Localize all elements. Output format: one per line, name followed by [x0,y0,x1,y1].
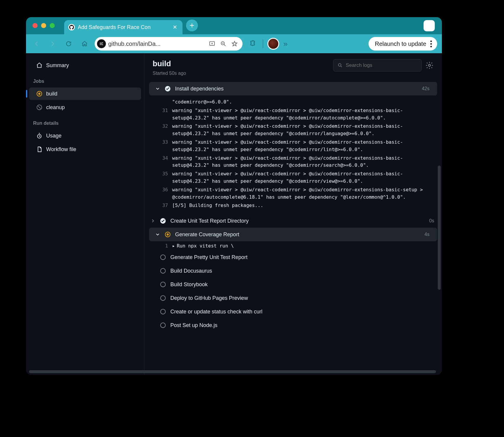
home-button[interactable] [79,38,91,50]
bookmark-icon[interactable] [231,41,238,47]
step-label: Post Set up Node.js [170,322,217,328]
success-icon [164,85,171,92]
sidebar-job-label: build [46,91,57,97]
chevron-down-icon [155,232,160,237]
chevron-down-icon [155,86,160,91]
pending-icon [160,308,166,315]
log-line-text: warning "xunit-viewer > @uiw/react-codem… [172,170,442,185]
step-label: Generate Coverage Report [175,232,239,238]
relaunch-label: Relaunch to update [375,41,426,47]
log-settings-button[interactable] [425,61,434,69]
sidebar-job-build[interactable]: build [29,88,141,100]
address-bar[interactable]: github.com/lainDa... [95,37,243,51]
close-tab-button[interactable]: ✕ [173,24,177,30]
site-settings-icon[interactable] [97,39,106,48]
log-line-text: warning "xunit-viewer > @uiw/react-codem… [172,139,442,153]
sidebar-jobs-header: Jobs [26,72,144,87]
step-pending[interactable]: Post Set up Node.js [144,318,442,332]
svg-point-6 [38,93,40,95]
svg-point-10 [429,64,431,67]
extensions-button[interactable] [247,38,259,50]
svg-point-15 [161,255,166,260]
window-account-button[interactable] [424,20,435,31]
search-icon [337,63,343,68]
page-content: Summary Jobs build cleanup Run details U… [26,53,442,375]
log-coverage-run: 1 ▸ Run npx vitest run \ [144,241,442,250]
toolbar-divider [263,39,263,48]
relaunch-to-update-button[interactable]: Relaunch to update [369,37,437,51]
log-line-number: 35 [159,170,172,185]
running-icon [36,90,43,97]
step-label: Create or update status check with curl [170,309,262,315]
browser-tab[interactable]: Add Safeguards For Race Con ✕ [64,20,182,34]
profile-avatar[interactable] [267,38,279,50]
step-label: Build Docusaurus [170,268,212,274]
log-line: 37[5/5] Building fresh packages... [144,201,442,210]
search-logs-input[interactable] [346,62,417,68]
log-install-dependencies: 30"codemirror@>=6.0.0". 31warning "xunit… [144,96,442,214]
step-pending[interactable]: Create or update status check with curl [144,305,442,318]
sidebar-usage-label: Usage [46,133,62,139]
log-line-text: warning "xunit-viewer > @uiw/react-codem… [172,186,442,201]
log-line-number: 36 [159,186,172,201]
zoom-icon[interactable] [220,41,227,47]
sidebar-workflow-file[interactable]: Workflow file [29,143,141,156]
forward-button[interactable] [47,38,59,50]
sidebar-job-label: cleanup [46,104,65,111]
step-duration: 0s [429,218,434,224]
sidebar-details-header: Run details [26,114,144,129]
pending-icon [160,322,166,328]
step-generate-coverage-report[interactable]: Generate Coverage Report 4s [149,228,437,241]
close-window-button[interactable] [33,23,38,28]
step-pending[interactable]: Build Storybook [144,278,442,291]
vertical-scrollbar[interactable] [438,166,441,290]
sidebar-summary[interactable]: Summary [29,59,141,72]
install-app-icon[interactable] [209,41,215,47]
sidebar-summary-label: Summary [46,62,69,69]
svg-point-18 [161,296,166,301]
step-pending[interactable]: Build Docusaurus [144,264,442,278]
svg-point-0 [102,42,103,43]
log-line-number: 31 [159,107,172,122]
svg-point-20 [161,323,166,328]
step-label: Install dependencies [175,86,224,92]
step-label: Create Unit Test Report Directory [170,218,249,224]
pending-icon [160,254,166,260]
step-create-unit-test-report-dir[interactable]: Create Unit Test Report Directory 0s [144,214,442,228]
gear-icon [425,61,434,69]
running-icon [164,231,171,238]
pending-icon [160,268,166,274]
log-line-number: 33 [159,139,172,153]
log-line: 32warning "xunit-viewer > @uiw/react-cod… [144,122,442,138]
step-install-dependencies[interactable]: Install dependencies 42s [149,82,437,96]
svg-point-1 [101,43,102,44]
step-label: Deploy to GitHub Pages Preview [170,295,248,301]
step-label: Build Storybook [170,281,208,288]
log-line: 36warning "xunit-viewer > @uiw/react-cod… [144,186,442,202]
step-pending[interactable]: Deploy to GitHub Pages Preview [144,291,442,305]
horizontal-scrollbar[interactable] [29,370,436,373]
browser-window: Add Safeguards For Race Con ✕ github.com… [26,17,442,375]
sidebar-job-cleanup[interactable]: cleanup [29,101,141,114]
log-line-number: 34 [159,155,172,169]
step-pending[interactable]: Generate Pretty Unit Test Report [144,250,442,264]
menu-icon[interactable] [430,41,432,47]
reload-button[interactable] [63,38,75,50]
back-button[interactable] [31,38,43,50]
github-favicon [68,24,75,30]
sidebar-usage[interactable]: Usage [29,130,141,142]
svg-point-14 [167,233,169,235]
svg-point-2 [102,44,103,45]
log-line-text: warning "xunit-viewer > @uiw/react-codem… [172,155,442,169]
tab-title: Add Safeguards For Race Con [78,24,170,30]
minimize-window-button[interactable] [41,23,46,28]
svg-point-19 [161,309,166,314]
overflow-button[interactable]: » [283,39,287,48]
job-main: build Started 50s ago Install dependenci… [144,53,442,375]
search-logs-box[interactable] [333,59,422,72]
file-icon [36,146,43,153]
step-duration: 4s [424,232,429,237]
log-line-number: 37 [159,202,172,209]
new-tab-button[interactable] [186,20,198,31]
maximize-window-button[interactable] [50,23,55,28]
